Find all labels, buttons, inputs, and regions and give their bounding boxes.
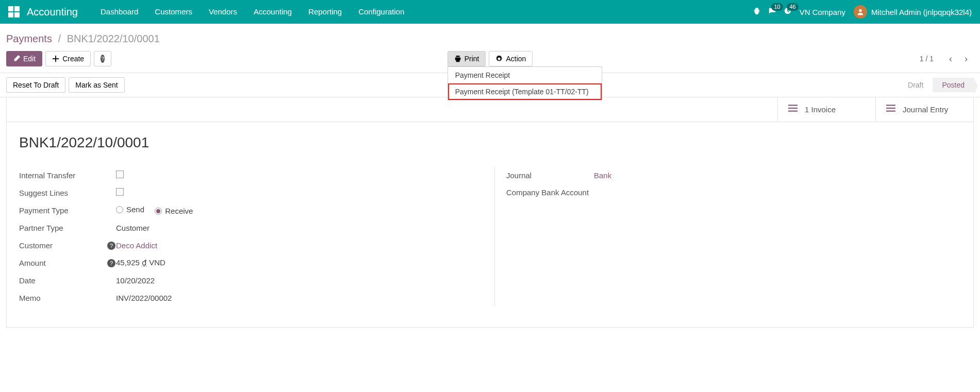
plus-icon [52,55,59,62]
bars-icon [788,104,798,115]
bars-icon [886,104,895,115]
user-name: Mitchell Admin (jnlpqpqk32l4) [871,8,972,16]
record-title: BNK1/2022/10/0001 [19,134,961,151]
help-icon[interactable]: ? [107,259,115,267]
invoice-count: 1 [805,105,809,114]
stage-posted[interactable]: Posted [933,78,974,92]
action-label: Action [506,55,526,63]
svg-rect-4 [886,105,895,106]
debug-icon[interactable] [753,7,760,16]
control-bar: Edit Create ? Print Payment Receipt Paym… [0,49,980,73]
stage-draft[interactable]: Draft [899,78,933,92]
print-receipt[interactable]: Payment Receipt [448,67,602,83]
label-suggest-lines: Suggest Lines [19,189,107,197]
pencil-icon [13,55,20,62]
svg-rect-6 [886,111,895,112]
print-label: Print [464,55,479,63]
svg-rect-1 [788,105,798,106]
pager-count[interactable]: 1 / 1 [920,55,934,63]
user-menu[interactable]: Mitchell Admin (jnlpqpqk32l4) [854,5,972,19]
value-date: 10/20/2022 [116,276,155,285]
help-button[interactable]: ? [94,51,111,66]
svg-rect-2 [788,108,798,109]
company-switcher[interactable]: VN Company [800,8,845,16]
label-customer: Customer [19,241,107,250]
label-amount: Amount [19,259,107,267]
activities-badge: 46 [787,3,798,11]
print-receipt-template[interactable]: Payment Receipt (Template 01-TT/02-TT) [448,83,602,100]
question-icon: ? [101,55,105,63]
action-button[interactable]: Action [489,51,533,66]
svg-rect-5 [886,108,895,109]
print-dropdown: Payment Receipt Payment Receipt (Templat… [447,66,602,100]
label-journal: Journal [506,171,594,180]
nav-menu: Dashboard Customers Vendors Accounting R… [92,0,412,24]
svg-point-0 [859,9,861,12]
stat-invoice[interactable]: 1 Invoice [777,97,875,122]
pager-next[interactable]: › [958,51,974,66]
edit-button[interactable]: Edit [6,51,42,66]
print-button[interactable]: Print [447,51,486,66]
invoice-label: Invoice [811,105,836,114]
reset-draft-button[interactable]: Reset To Draft [6,77,65,93]
checkbox-suggest-lines[interactable] [116,188,124,196]
nav-configuration[interactable]: Configuration [350,0,412,24]
create-label: Create [62,55,84,63]
print-icon [454,55,461,62]
breadcrumb: Payments / BNK1/2022/10/0001 [0,24,980,49]
radio-send[interactable]: Send [116,205,144,214]
avatar [854,5,867,19]
messages-icon[interactable]: 10 [769,7,776,16]
form-sheet: 1 Invoice Journal Entry BNK1/2022/10/000… [6,97,974,328]
pager-prev[interactable]: ‹ [943,51,958,66]
status-stages: Draft Posted [899,78,974,92]
label-internal-transfer: Internal Transfer [19,171,107,180]
stat-journal-entry[interactable]: Journal Entry [875,97,973,122]
breadcrumb-current: BNK1/2022/10/0001 [67,33,160,44]
label-partner-type: Partner Type [19,224,107,232]
edit-label: Edit [23,55,36,63]
radio-receive[interactable]: Receive [155,207,193,215]
journal-entry-label: Journal Entry [903,105,948,114]
mark-sent-button[interactable]: Mark as Sent [69,77,124,93]
value-partner-type: Customer [116,224,150,232]
label-date: Date [19,276,107,285]
nav-customers[interactable]: Customers [146,0,201,24]
svg-rect-3 [788,111,798,112]
nav-vendors[interactable]: Vendors [201,0,245,24]
value-journal[interactable]: Bank [594,171,611,180]
messages-badge: 10 [771,3,783,11]
label-memo: Memo [19,294,107,302]
label-payment-type: Payment Type [19,206,107,215]
value-customer[interactable]: Deco Addict [116,241,157,250]
nav-reporting[interactable]: Reporting [300,0,350,24]
breadcrumb-sep: / [58,33,61,44]
nav-accounting[interactable]: Accounting [245,0,300,24]
checkbox-internal-transfer[interactable] [116,171,124,178]
activities-icon[interactable]: 46 [784,7,791,16]
breadcrumb-parent[interactable]: Payments [6,33,52,44]
create-button[interactable]: Create [45,51,91,66]
value-memo: INV/2022/00002 [116,294,172,302]
apps-icon[interactable] [8,6,20,18]
gear-icon [495,55,503,62]
app-title[interactable]: Accounting [27,6,78,18]
label-company-bank-account: Company Bank Account [506,188,594,198]
main-navbar: Accounting Dashboard Customers Vendors A… [0,0,980,24]
nav-dashboard[interactable]: Dashboard [92,0,146,24]
help-icon[interactable]: ? [107,242,115,250]
value-amount: 45,925 ₫ VND [116,258,165,267]
